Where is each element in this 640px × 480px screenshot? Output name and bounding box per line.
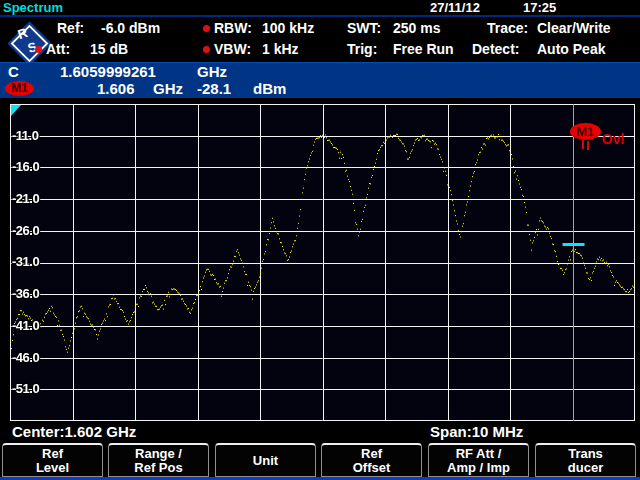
- marker-pin-icon: [582, 140, 584, 149]
- softkey-transducer[interactable]: Trans ducer: [535, 443, 636, 477]
- marker-freq-unit: GHz: [153, 80, 183, 97]
- softkey-label-line: Level: [36, 461, 69, 475]
- setting-value: Auto Peak: [537, 41, 605, 57]
- y-tick-label: -31.0: [12, 254, 39, 270]
- setting-label: SWT:: [347, 20, 393, 36]
- setting-value: 250 ms: [393, 20, 440, 36]
- softkey-label-line: Ref: [361, 447, 382, 461]
- y-tick-label: -46.0: [12, 350, 39, 366]
- marker-pin-icon: [587, 141, 589, 150]
- y-tick-label: -11.0: [12, 128, 38, 144]
- softkey-unit[interactable]: Unit: [215, 443, 316, 477]
- setting-rbw: RBW:100 kHz: [203, 20, 314, 36]
- center-frequency-row: C 1.6059999261 GHz: [0, 63, 640, 80]
- coupled-dot-icon: [203, 46, 210, 53]
- softkey-ref-offset[interactable]: Ref Offset: [321, 443, 422, 477]
- setting-label: Trig:: [347, 41, 393, 57]
- softkey-label-line: Unit: [253, 454, 278, 468]
- mode-title: Spectrum: [3, 0, 63, 16]
- time-label: 17:25: [523, 0, 556, 16]
- softkey-label-line: ducer: [568, 461, 603, 475]
- softkey-label-line: Ref Pos: [134, 461, 182, 475]
- marker-level-unit: dBm: [253, 80, 286, 97]
- softkey-range-ref-pos[interactable]: Range / Ref Pos: [108, 443, 209, 477]
- marker-readout-row: M1 1.606 GHz -28.1 dBm: [0, 80, 640, 97]
- setting-trigger: Trig:Free Run: [347, 41, 454, 57]
- setting-value: 100 kHz: [262, 20, 314, 36]
- center-frequency-label[interactable]: Center:1.602 GHz: [12, 423, 136, 440]
- y-tick-label: -26.0: [12, 223, 39, 239]
- setting-value: 15 dB: [90, 41, 128, 57]
- frequency-marker-panel: C 1.6059999261 GHz M1 1.606 GHz -28.1 dB…: [0, 62, 640, 98]
- setting-label: Ref:: [57, 20, 101, 36]
- trace-canvas: [10, 104, 635, 421]
- setting-label: RBW:: [214, 20, 262, 36]
- softkey-label-line: Trans: [568, 447, 603, 461]
- softkey-rf-att-amp-imp[interactable]: RF Att / Amp / Imp: [428, 443, 529, 477]
- y-tick-label: -36.0: [12, 286, 39, 302]
- y-tick-label: -41.0: [12, 318, 39, 334]
- setting-label: VBW:: [214, 41, 262, 57]
- center-freq-tag: C: [8, 63, 19, 80]
- softkey-label-line: Ref: [42, 447, 63, 461]
- softkey-label-line: Offset: [353, 461, 391, 475]
- setting-attenuation: Att:15 dB: [35, 41, 128, 57]
- setting-label: Att:: [46, 41, 90, 57]
- softkey-ref-level[interactable]: Ref Level: [2, 443, 103, 477]
- coupled-dot-icon: [203, 25, 210, 32]
- spectrum-analyzer-screen: Spectrum 27/11/12 17:25 R S Ref:-6.0 dBm…: [0, 0, 640, 480]
- marker-m1-flag: M1: [570, 123, 601, 140]
- marker-freq-value: 1.606: [97, 80, 135, 97]
- date-label: 27/11/12: [430, 0, 480, 16]
- center-freq-value[interactable]: 1.6059999261: [60, 63, 156, 80]
- y-tick-label: -16.0: [12, 159, 39, 175]
- coupled-dot-icon: [35, 46, 42, 53]
- setting-label: Detect:: [472, 41, 537, 57]
- setting-value: Free Run: [393, 41, 454, 57]
- overload-indicator: Ovl: [602, 131, 625, 147]
- setting-trace-mode: Trace:Clear/Write: [487, 20, 611, 36]
- setting-detector: Detect:Auto Peak: [472, 41, 605, 57]
- setting-value: 1 kHz: [262, 41, 299, 57]
- title-separator: [0, 15, 640, 17]
- y-tick-label: -51.0: [12, 381, 39, 397]
- marker-m1-badge: M1: [5, 81, 34, 96]
- title-bar: Spectrum 27/11/12 17:25: [0, 0, 640, 16]
- marker-level-value: -28.1: [197, 80, 231, 97]
- span-label[interactable]: Span:10 MHz: [430, 423, 523, 440]
- setting-value: -6.0 dBm: [101, 20, 160, 36]
- softkey-label-line: RF Att /: [456, 447, 502, 461]
- setting-swt: SWT:250 ms: [347, 20, 440, 36]
- center-freq-unit: GHz: [197, 63, 227, 80]
- softkey-label-line: Amp / Imp: [447, 461, 510, 475]
- reference-position-icon: [11, 105, 21, 116]
- softkey-label-line: Range /: [135, 447, 182, 461]
- y-tick-label: -21.0: [12, 191, 39, 207]
- setting-label: Trace:: [487, 20, 537, 36]
- setting-value: Clear/Write: [537, 20, 611, 36]
- spectrum-graticule: [10, 104, 635, 421]
- setting-ref-level: Ref:-6.0 dBm: [46, 20, 160, 36]
- setting-vbw: VBW:1 kHz: [203, 41, 299, 57]
